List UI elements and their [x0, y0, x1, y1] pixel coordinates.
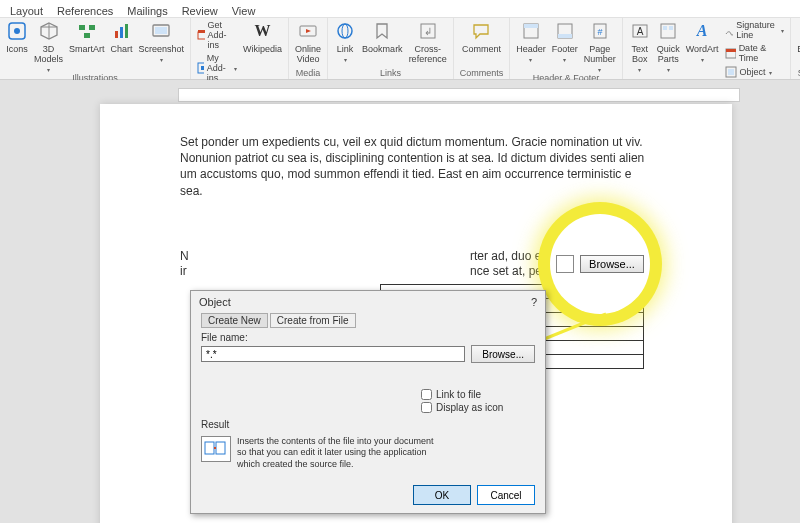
wordart-button[interactable]: AWordArt▾ [686, 20, 719, 63]
wordart-icon: A [691, 20, 713, 42]
svg-rect-35 [726, 49, 736, 52]
svg-point-19 [338, 24, 352, 38]
wikipedia-button[interactable]: WWikipedia [243, 20, 282, 54]
body-fragment: N [180, 249, 189, 263]
svg-rect-6 [89, 25, 95, 30]
document-area: Set ponder um expedients cu, veil ex qui… [0, 80, 800, 523]
page-number-icon: # [589, 20, 611, 42]
group-symbols: πEquation▾ Symbols [791, 18, 800, 79]
group-comments: Comment Comments [454, 18, 511, 79]
group-label: Media [296, 68, 321, 79]
screenshot-icon [150, 20, 172, 42]
get-addins-button[interactable]: Get Add-ins [197, 20, 237, 50]
page-number-button[interactable]: #Page Number▾ [584, 20, 616, 73]
ribbon-tabs: Layout References Mailings Review View [0, 0, 800, 18]
file-name-label: File name: [201, 332, 535, 343]
cube-icon [38, 20, 60, 42]
online-video-button[interactable]: Online Video [295, 20, 321, 64]
link-icon [334, 20, 356, 42]
svg-rect-33 [669, 26, 673, 30]
3d-models-button[interactable]: 3D Models▾ [34, 20, 63, 73]
bookmark-button[interactable]: Bookmark [362, 20, 403, 54]
svg-text:↲: ↲ [424, 26, 432, 37]
quickparts-icon [657, 20, 679, 42]
link-to-file-checkbox[interactable]: Link to file [421, 389, 535, 400]
browse-button[interactable]: Browse... [471, 345, 535, 363]
wikipedia-icon: W [252, 20, 274, 42]
dialog-title: Object [199, 296, 231, 308]
svg-marker-18 [306, 29, 311, 33]
chart-button[interactable]: Chart [111, 20, 133, 54]
group-media: Online Video Media [289, 18, 328, 79]
svg-rect-8 [115, 31, 118, 38]
object-button[interactable]: Object▾ [725, 66, 785, 78]
ok-button[interactable]: OK [413, 485, 471, 505]
date-time-button[interactable]: Date & Time [725, 43, 785, 63]
result-description: Inserts the contents of the file into yo… [237, 436, 535, 470]
display-as-icon-checkbox[interactable]: Display as icon [421, 402, 535, 413]
header-button[interactable]: Header▾ [516, 20, 546, 63]
svg-rect-24 [524, 24, 538, 28]
ruler[interactable] [178, 88, 740, 102]
object-dialog: Object ? Create New Create from File Fil… [190, 290, 546, 514]
tab-view[interactable]: View [232, 5, 256, 17]
ribbon: Icons 3D Models▾ SmartArt Chart Screensh… [0, 18, 800, 80]
tab-mailings[interactable]: Mailings [127, 5, 167, 17]
svg-rect-12 [155, 27, 167, 34]
tab-layout[interactable]: Layout [10, 5, 43, 17]
svg-rect-40 [205, 442, 214, 454]
comment-icon [470, 20, 492, 42]
svg-rect-7 [84, 33, 90, 38]
icons-button[interactable]: Icons [6, 20, 28, 54]
group-text: AText Box▾ Quick Parts▾ AWordArt▾ Signat… [623, 18, 791, 79]
result-icon [201, 436, 231, 462]
svg-text:#: # [597, 27, 602, 37]
svg-point-20 [342, 24, 348, 38]
group-addins: Get Add-ins My Add-ins▾ WWikipedia Add-i… [191, 18, 289, 79]
quick-parts-button[interactable]: Quick Parts▾ [657, 20, 680, 73]
tab-references[interactable]: References [57, 5, 113, 17]
highlight-callout: Browse... [550, 214, 650, 314]
object-icon [725, 66, 737, 78]
addins-icon [197, 62, 204, 74]
result-label: Result [201, 419, 535, 430]
smartart-icon [76, 20, 98, 42]
bookmark-icon [371, 20, 393, 42]
cancel-button[interactable]: Cancel [477, 485, 535, 505]
group-illustrations: Icons 3D Models▾ SmartArt Chart Screensh… [0, 18, 191, 79]
link-button[interactable]: Link▾ [334, 20, 356, 63]
footer-button[interactable]: Footer▾ [552, 20, 578, 63]
file-name-input[interactable] [201, 346, 465, 362]
header-icon [520, 20, 542, 42]
svg-rect-32 [663, 26, 667, 30]
smartart-button[interactable]: SmartArt [69, 20, 105, 54]
store-icon [197, 29, 205, 41]
svg-rect-16 [201, 66, 204, 70]
group-label: Comments [460, 68, 504, 79]
svg-rect-9 [120, 27, 123, 38]
svg-rect-41 [216, 442, 225, 454]
tab-create-from-file[interactable]: Create from File [270, 313, 356, 328]
browse-button-zoom[interactable]: Browse... [580, 255, 644, 273]
icons-icon [6, 20, 28, 42]
tab-create-new[interactable]: Create New [201, 313, 268, 328]
svg-rect-10 [125, 24, 128, 38]
textbox-button[interactable]: AText Box▾ [629, 20, 651, 73]
textbox-icon: A [629, 20, 651, 42]
svg-rect-14 [198, 30, 205, 33]
tab-review[interactable]: Review [182, 5, 218, 17]
body-paragraph: Set ponder um expedients cu, veil ex qui… [180, 134, 650, 199]
video-icon [297, 20, 319, 42]
my-addins-button[interactable]: My Add-ins▾ [197, 53, 237, 83]
signature-icon [725, 24, 734, 36]
cross-reference-button[interactable]: ↲Cross- reference [409, 20, 447, 64]
zoom-file-input-fragment [556, 255, 574, 273]
dialog-help-button[interactable]: ? [531, 296, 537, 308]
screenshot-button[interactable]: Screenshot▾ [139, 20, 185, 63]
group-label: Links [380, 68, 401, 79]
signature-line-button[interactable]: Signature Line▾ [725, 20, 785, 40]
svg-rect-13 [198, 32, 205, 39]
crossref-icon: ↲ [417, 20, 439, 42]
svg-rect-37 [728, 69, 734, 75]
comment-button[interactable]: Comment [462, 20, 501, 54]
